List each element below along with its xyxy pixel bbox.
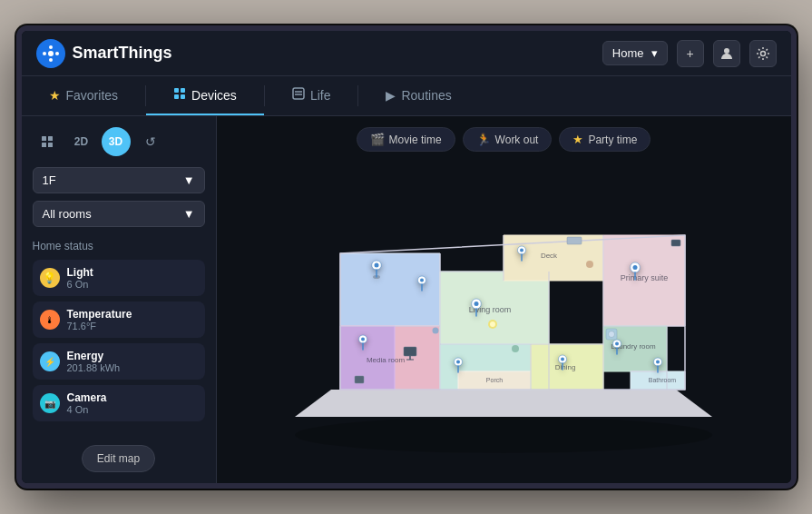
svg-point-2 — [49, 45, 53, 49]
movie-icon: 🎬 — [370, 133, 385, 146]
svg-text:Media room: Media room — [367, 356, 406, 364]
scene-movie[interactable]: 🎬 Movie time — [357, 127, 455, 152]
logo-area: SmartThings — [36, 39, 172, 68]
home-dropdown[interactable]: Home ▾ — [602, 41, 668, 65]
svg-point-6 — [724, 48, 729, 54]
svg-rect-8 — [174, 88, 179, 93]
favorites-icon: ★ — [49, 88, 61, 103]
svg-text:Dining: Dining — [555, 363, 576, 371]
status-item-energy[interactable]: ⚡ Energy 201.88 kWh — [33, 343, 205, 380]
svg-point-62 — [615, 341, 619, 345]
svg-point-75 — [433, 327, 439, 333]
temperature-icon: 🌡 — [40, 310, 60, 330]
floor-plan: Media room Living room Deck Primary suit… — [277, 181, 730, 453]
svg-rect-70 — [355, 376, 364, 383]
svg-rect-10 — [174, 94, 179, 99]
light-value: 6 On — [67, 279, 93, 290]
camera-value: 4 On — [67, 404, 107, 415]
status-item-camera[interactable]: 📷 Camera 4 On — [33, 385, 205, 421]
floor-dropdown-arrow: ▼ — [183, 173, 195, 187]
svg-point-74 — [512, 345, 519, 352]
app-name: SmartThings — [73, 44, 172, 63]
svg-text:Primary suite: Primary suite — [621, 273, 669, 282]
svg-point-55 — [420, 278, 424, 282]
svg-point-1 — [48, 51, 54, 56]
scene-party[interactable]: ★ Party time — [559, 127, 651, 152]
3d-view-btn[interactable]: 3D — [102, 127, 131, 156]
svg-point-63 — [656, 360, 660, 363]
svg-point-19 — [295, 417, 712, 453]
profile-button[interactable] — [713, 40, 740, 67]
edit-map-button[interactable]: Edit map — [82, 445, 155, 472]
svg-point-57 — [474, 301, 479, 306]
svg-point-5 — [55, 52, 59, 55]
energy-value: 201.88 kWh — [67, 362, 121, 373]
svg-point-7 — [760, 51, 765, 55]
room-select[interactable]: All rooms ▼ — [33, 201, 205, 227]
light-title: Light — [67, 266, 93, 279]
home-status-label: Home status — [33, 240, 205, 252]
scene-workout[interactable]: 🏃 Work out — [463, 127, 553, 152]
svg-point-73 — [609, 331, 615, 337]
temp-value: 71.6°F — [67, 321, 132, 331]
svg-point-76 — [586, 261, 593, 268]
status-item-temperature[interactable]: 🌡 Temperature 71.6°F — [33, 301, 205, 338]
svg-text:Porch: Porch — [486, 377, 503, 383]
settings-button[interactable] — [749, 40, 777, 67]
tv-screen: SmartThings Home ▾ + — [16, 25, 797, 489]
nav-tabs: ★ Favorites Devices — [22, 76, 791, 116]
main-content: 2D 3D ↺ 1F ▼ All rooms ▼ — [22, 116, 791, 483]
svg-rect-64 — [404, 347, 416, 356]
svg-point-56 — [361, 337, 365, 341]
svg-point-69 — [490, 321, 495, 327]
svg-marker-21 — [340, 253, 440, 326]
devices-icon — [173, 87, 186, 103]
grid-view-btn[interactable] — [33, 127, 62, 156]
2d-view-btn[interactable]: 2D — [67, 127, 96, 156]
svg-rect-12 — [293, 88, 304, 99]
history-view-btn[interactable]: ↺ — [136, 127, 165, 156]
svg-point-54 — [375, 262, 379, 267]
svg-point-58 — [520, 248, 523, 252]
room-dropdown-arrow: ▼ — [183, 207, 195, 221]
svg-rect-16 — [48, 136, 53, 141]
svg-marker-20 — [295, 390, 712, 417]
svg-rect-18 — [48, 143, 53, 147]
energy-title: Energy — [67, 350, 121, 362]
svg-rect-71 — [671, 240, 680, 246]
temp-title: Temperature — [67, 308, 132, 321]
svg-point-59 — [633, 265, 638, 270]
camera-title: Camera — [67, 391, 107, 404]
top-bar-actions: Home ▾ + — [602, 40, 777, 67]
sidebar: 2D 3D ↺ 1F ▼ All rooms ▼ — [22, 116, 217, 483]
tab-routines[interactable]: ▶ Routines — [358, 76, 478, 115]
view-controls: 2D 3D ↺ — [33, 127, 205, 156]
floor-plan-container: Media room Living room Deck Primary suit… — [231, 161, 777, 472]
status-item-light[interactable]: 💡 Light 6 On — [33, 260, 205, 296]
svg-rect-17 — [42, 143, 46, 147]
top-bar: SmartThings Home ▾ + — [22, 31, 791, 76]
svg-rect-67 — [567, 237, 582, 244]
svg-text:Bathroom: Bathroom — [649, 377, 677, 383]
light-icon: 💡 — [40, 268, 60, 288]
floor-select[interactable]: 1F ▼ — [33, 167, 205, 193]
svg-point-60 — [456, 360, 460, 363]
svg-rect-15 — [42, 136, 46, 141]
party-icon: ★ — [572, 133, 583, 146]
svg-point-4 — [43, 52, 46, 55]
camera-icon: 📷 — [40, 393, 60, 413]
home-label: Home — [612, 46, 644, 60]
tab-favorites[interactable]: ★ Favorites — [22, 76, 146, 115]
life-icon — [292, 87, 305, 103]
scene-bar: 🎬 Movie time 🏃 Work out ★ Party time — [231, 127, 777, 152]
tab-devices[interactable]: Devices — [146, 76, 264, 115]
add-button[interactable]: + — [677, 40, 704, 67]
workout-icon: 🏃 — [476, 133, 491, 146]
app-logo-icon — [36, 39, 65, 68]
dropdown-arrow: ▾ — [651, 46, 658, 60]
energy-icon: ⚡ — [40, 351, 60, 371]
routines-icon: ▶ — [386, 88, 396, 103]
svg-text:Deck: Deck — [541, 252, 558, 260]
svg-rect-11 — [181, 94, 185, 99]
tab-life[interactable]: Life — [265, 76, 358, 115]
